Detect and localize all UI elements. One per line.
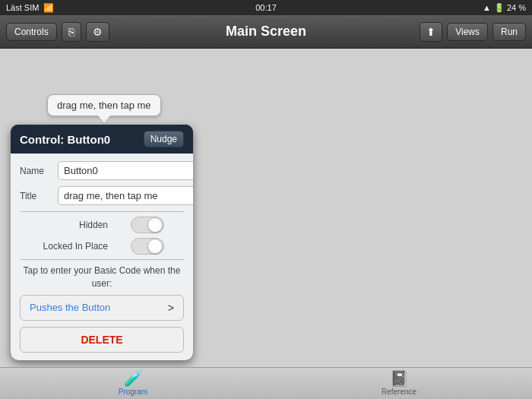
program-icon: 🧪 [124, 371, 143, 386]
page-title: Main Screen [226, 24, 306, 40]
locked-toggle-row: Locked In Place [20, 238, 184, 255]
program-tab-label: Program [119, 388, 147, 396]
tap-info-text: Tap to enter your Basic Code when the us… [20, 264, 184, 290]
title-field-row: Title [20, 186, 184, 205]
carrier-label: Läst SIM [6, 3, 39, 12]
status-bar: Läst SIM 📶 00:17 ▲ 🔋 24 % [0, 0, 532, 15]
tab-reference[interactable]: 📓 Reference [266, 368, 532, 399]
controls-button[interactable]: Controls [6, 23, 57, 41]
arrow-icon: > [168, 302, 174, 314]
copy-icon-button[interactable]: ⎘ [62, 22, 81, 42]
divider-1 [20, 211, 184, 212]
status-time: 00:17 [255, 3, 277, 12]
share-icon-button[interactable]: ⬆ [420, 22, 442, 42]
nudge-button[interactable]: Nudge [144, 131, 184, 147]
control-panel: Control: Button0 Nudge Name Title Hidden [11, 125, 193, 360]
reference-icon: 📓 [390, 371, 409, 386]
control-panel-body: Name Title Hidden Locked In Place [11, 154, 193, 360]
control-panel-title: Control: Button0 [20, 133, 110, 146]
delete-button[interactable]: DELETE [20, 327, 184, 353]
run-button[interactable]: Run [492, 23, 526, 41]
title-label: Title [20, 191, 58, 201]
control-panel-header: Control: Button0 Nudge [11, 125, 193, 154]
tab-program[interactable]: 🧪 Program [0, 368, 266, 399]
locked-toggle[interactable] [131, 238, 164, 255]
status-left: Läst SIM 📶 [6, 3, 54, 13]
reference-tab-label: Reference [382, 388, 416, 396]
name-input[interactable] [58, 161, 193, 180]
tooltip-bubble: drag me, then tap me [47, 94, 161, 116]
toolbar-left: Controls ⎘ ⚙ [6, 22, 109, 42]
title-input[interactable] [58, 186, 193, 205]
name-field-row: Name [20, 161, 184, 180]
signal-icon: ▲ [483, 3, 491, 12]
hidden-toggle[interactable] [131, 217, 164, 233]
divider-2 [20, 259, 184, 260]
locked-toggle-knob [147, 239, 163, 254]
settings-icon-button[interactable]: ⚙ [86, 22, 109, 42]
status-right: ▲ 🔋 24 % [483, 3, 526, 13]
toolbar: Controls ⎘ ⚙ Main Screen ⬆ Views Run [0, 15, 532, 49]
main-content: drag me, then tap me Control: Button0 Nu… [0, 49, 532, 367]
tooltip-text: drag me, then tap me [57, 100, 151, 111]
hidden-toggle-knob [147, 217, 163, 233]
hidden-toggle-row: Hidden [20, 217, 184, 233]
pushes-button[interactable]: Pushes the Button > [20, 295, 184, 321]
toolbar-right: ⬆ Views Run [420, 22, 526, 42]
tab-bar: 🧪 Program 📓 Reference [0, 367, 532, 399]
pushes-button-label: Pushes the Button [30, 302, 110, 313]
views-button[interactable]: Views [447, 23, 488, 41]
locked-label: Locked In Place [40, 241, 108, 252]
wifi-icon: 📶 [43, 3, 54, 13]
hidden-label: Hidden [40, 220, 108, 230]
battery-label: 🔋 24 % [494, 3, 526, 13]
name-label: Name [20, 166, 58, 176]
